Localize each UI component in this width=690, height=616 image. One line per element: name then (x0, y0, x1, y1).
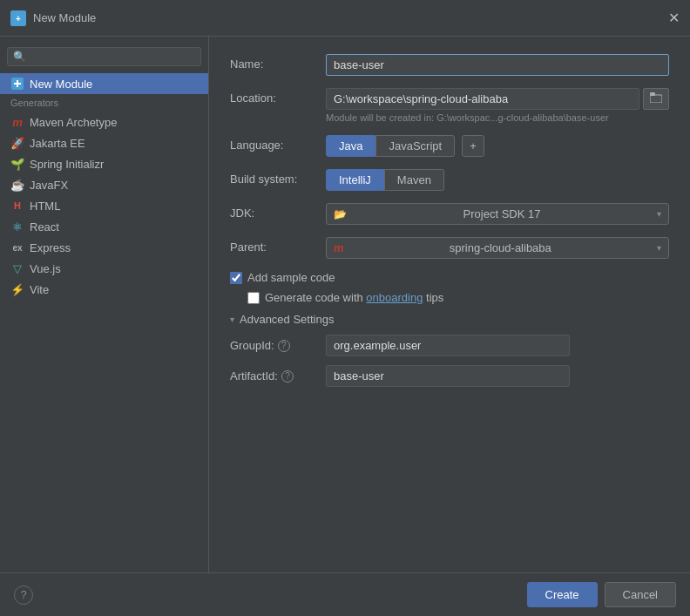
language-java-button[interactable]: Java (326, 135, 375, 157)
group-id-input[interactable] (326, 335, 570, 356)
sidebar-item-maven-archetype[interactable]: m Maven Archetype (0, 112, 208, 132)
sidebar-item-label: React (30, 220, 59, 234)
build-intellij-button[interactable]: IntelliJ (326, 169, 384, 191)
artifact-id-input[interactable] (326, 365, 570, 387)
sidebar-item-spring-initializr[interactable]: 🌱 Spring Initializr (0, 153, 208, 174)
html-icon: H (10, 199, 24, 213)
sidebar-item-express[interactable]: ex Express (0, 237, 208, 258)
parent-label: Parent: (230, 237, 326, 254)
help-button[interactable]: ? (14, 586, 33, 605)
advanced-arrow-icon: ▾ (230, 315, 234, 324)
footer-buttons: Create Cancel (527, 582, 677, 607)
sidebar-item-new-module[interactable]: New Module (0, 73, 208, 94)
javafx-icon: ☕ (10, 178, 24, 192)
vue-icon: ▽ (10, 261, 24, 275)
sidebar-item-label: Spring Initializr (30, 158, 104, 171)
search-input[interactable] (7, 47, 201, 66)
add-sample-code-label[interactable]: Add sample code (247, 271, 335, 284)
generate-code-label: Generate code with onboarding tips (265, 291, 443, 304)
jdk-field: 📂 Project SDK 17 ▾ (326, 203, 669, 225)
express-icon: ex (10, 240, 24, 254)
parent-value: spring-cloud-alibaba (450, 241, 551, 254)
location-field-container: Module will be created in: G:\workspac..… (326, 88, 669, 123)
jdk-row: JDK: 📂 Project SDK 17 ▾ (230, 203, 669, 225)
jdk-label: JDK: (230, 203, 326, 220)
spring-icon: 🌱 (10, 157, 24, 171)
language-btn-group: Java JavaScript (326, 135, 455, 157)
language-field: Java JavaScript + (326, 135, 669, 157)
sidebar-item-label: New Module (30, 78, 92, 91)
vite-icon: ⚡ (10, 282, 24, 296)
parent-maven-icon: m (334, 241, 344, 254)
svg-rect-6 (650, 92, 655, 96)
sidebar-item-label: Vite (30, 283, 49, 296)
artifact-id-row: ArtifactId: ? (230, 365, 669, 387)
dialog-content: New Module Generators m Maven Archetype … (0, 37, 690, 572)
add-language-button[interactable]: + (462, 135, 484, 157)
sidebar-item-vue-js[interactable]: ▽ Vue.js (0, 258, 208, 279)
name-field-container (326, 54, 669, 76)
sidebar-item-label: Maven Archetype (30, 116, 117, 129)
location-hint: Module will be created in: G:\workspac..… (326, 112, 669, 123)
build-system-label: Build system: (230, 169, 326, 186)
sidebar-item-jakarta-ee[interactable]: 🚀 Jakarta EE (0, 132, 208, 153)
footer: ? Create Cancel (0, 572, 690, 616)
add-sample-code-checkbox[interactable] (230, 272, 242, 284)
sidebar-item-label: HTML (30, 200, 60, 213)
onboarding-link[interactable]: onboarding (366, 291, 423, 304)
location-label: Location: (230, 88, 326, 105)
location-input[interactable] (326, 88, 639, 110)
parent-dropdown[interactable]: m spring-cloud-alibaba ▾ (326, 237, 669, 259)
group-id-label: GroupId: ? (230, 339, 326, 352)
location-input-row (326, 88, 669, 110)
name-row: Name: (230, 54, 669, 76)
advanced-section: ▾ Advanced Settings GroupId: ? (230, 313, 669, 387)
parent-row: Parent: m spring-cloud-alibaba ▾ (230, 237, 669, 259)
sidebar: New Module Generators m Maven Archetype … (0, 37, 209, 572)
artifact-id-label: ArtifactId: ? (230, 369, 326, 382)
react-icon: ⚛ (10, 220, 24, 234)
new-module-icon (10, 77, 24, 91)
jdk-dropdown[interactable]: 📂 Project SDK 17 ▾ (326, 203, 669, 225)
build-btn-group: IntelliJ Maven (326, 169, 669, 191)
build-maven-button[interactable]: Maven (384, 169, 444, 191)
cancel-button[interactable]: Cancel (605, 582, 676, 607)
jdk-dropdown-arrow: ▾ (657, 209, 661, 219)
artifact-id-help-icon[interactable]: ? (281, 370, 294, 382)
svg-rect-5 (650, 95, 662, 103)
build-system-row: Build system: IntelliJ Maven (230, 169, 669, 191)
dialog-title: New Module (33, 11, 96, 24)
sidebar-item-react[interactable]: ⚛ React (0, 216, 208, 237)
create-button[interactable]: Create (527, 582, 598, 607)
generate-code-checkbox[interactable] (247, 292, 260, 304)
search-bar (0, 44, 208, 73)
jdk-icon: 📂 (334, 208, 347, 220)
advanced-header[interactable]: ▾ Advanced Settings (230, 313, 669, 326)
group-id-help-icon[interactable]: ? (278, 340, 290, 352)
sidebar-item-javafx[interactable]: ☕ JavaFX (0, 174, 208, 195)
name-label: Name: (230, 54, 326, 71)
sidebar-item-label: JavaFX (30, 179, 68, 192)
location-row: Location: Module will be created in: G:\… (230, 88, 669, 123)
language-row: Language: Java JavaScript + (230, 135, 669, 157)
advanced-label: Advanced Settings (240, 313, 334, 326)
sidebar-item-vite[interactable]: ⚡ Vite (0, 279, 208, 300)
parent-dropdown-arrow: ▾ (657, 243, 661, 253)
add-sample-code-row: Add sample code (230, 271, 669, 284)
generate-code-row: Generate code with onboarding tips (230, 291, 669, 304)
dialog-icon: + (10, 10, 26, 26)
title-bar: + New Module ✕ (0, 0, 690, 37)
browse-button[interactable] (643, 88, 669, 110)
name-input[interactable] (326, 54, 669, 76)
main-panel: Name: Location: (209, 37, 690, 572)
sidebar-item-html[interactable]: H HTML (0, 195, 208, 216)
advanced-fields: GroupId: ? ArtifactId: ? (230, 335, 669, 387)
maven-icon: m (10, 115, 24, 129)
language-label: Language: (230, 135, 326, 152)
new-module-dialog: + New Module ✕ New Module (0, 0, 690, 616)
language-javascript-button[interactable]: JavaScript (375, 135, 455, 157)
jakarta-icon: 🚀 (10, 136, 24, 150)
jdk-value: Project SDK 17 (463, 207, 541, 220)
close-button[interactable]: ✕ (668, 11, 680, 25)
sidebar-item-label: Jakarta EE (30, 137, 85, 150)
